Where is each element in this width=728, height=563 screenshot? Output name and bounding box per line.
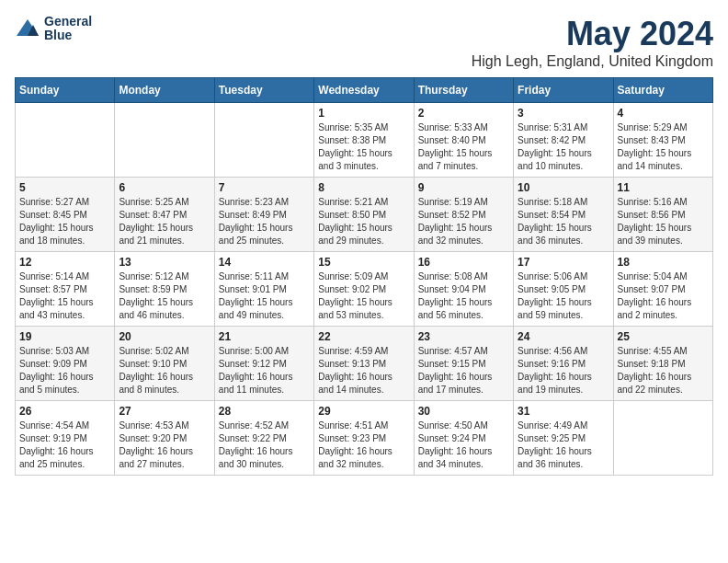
calendar-cell (16, 103, 115, 178)
calendar-body: 1Sunrise: 5:35 AM Sunset: 8:38 PM Daylig… (16, 103, 713, 476)
day-number: 8 (318, 181, 409, 194)
day-number: 1 (318, 107, 409, 120)
calendar-cell (115, 103, 214, 178)
title-block: May 2024 High Legh, England, United King… (472, 15, 713, 70)
calendar-cell: 31Sunrise: 4:49 AM Sunset: 9:25 PM Dayli… (514, 401, 613, 476)
day-info: Sunrise: 5:09 AM Sunset: 9:02 PM Dayligh… (318, 270, 409, 322)
day-info: Sunrise: 5:25 AM Sunset: 8:47 PM Dayligh… (119, 196, 210, 247)
calendar-cell: 15Sunrise: 5:09 AM Sunset: 9:02 PM Dayli… (314, 252, 414, 327)
weekday-header: Friday (514, 78, 613, 103)
day-info: Sunrise: 5:27 AM Sunset: 8:45 PM Dayligh… (19, 196, 110, 247)
calendar-cell: 3Sunrise: 5:31 AM Sunset: 8:42 PM Daylig… (514, 103, 613, 178)
day-info: Sunrise: 4:53 AM Sunset: 9:20 PM Dayligh… (119, 419, 210, 471)
day-info: Sunrise: 5:19 AM Sunset: 8:52 PM Dayligh… (418, 196, 509, 247)
logo: General Blue (15, 15, 92, 43)
calendar-cell: 19Sunrise: 5:03 AM Sunset: 9:09 PM Dayli… (16, 327, 115, 401)
day-number: 11 (618, 181, 709, 194)
day-info: Sunrise: 5:12 AM Sunset: 8:59 PM Dayligh… (119, 270, 210, 322)
logo-text: General Blue (44, 15, 92, 43)
day-number: 20 (119, 330, 210, 343)
calendar-cell: 30Sunrise: 4:50 AM Sunset: 9:24 PM Dayli… (414, 401, 513, 476)
day-number: 6 (119, 181, 210, 194)
calendar-cell: 4Sunrise: 5:29 AM Sunset: 8:43 PM Daylig… (613, 103, 712, 178)
calendar-cell: 14Sunrise: 5:11 AM Sunset: 9:01 PM Dayli… (214, 252, 313, 327)
day-info: Sunrise: 5:31 AM Sunset: 8:42 PM Dayligh… (518, 121, 609, 173)
calendar-cell: 27Sunrise: 4:53 AM Sunset: 9:20 PM Dayli… (115, 401, 214, 476)
day-number: 27 (119, 405, 210, 418)
day-info: Sunrise: 5:29 AM Sunset: 8:43 PM Dayligh… (618, 121, 709, 173)
day-info: Sunrise: 4:49 AM Sunset: 9:25 PM Dayligh… (518, 419, 609, 471)
weekday-header: Monday (115, 78, 214, 103)
day-info: Sunrise: 5:02 AM Sunset: 9:10 PM Dayligh… (119, 345, 210, 396)
day-number: 10 (518, 181, 609, 194)
day-number: 25 (618, 330, 709, 343)
calendar-cell: 13Sunrise: 5:12 AM Sunset: 8:59 PM Dayli… (115, 252, 214, 327)
day-number: 13 (119, 256, 210, 269)
day-info: Sunrise: 5:06 AM Sunset: 9:05 PM Dayligh… (518, 270, 609, 322)
calendar-cell: 18Sunrise: 5:04 AM Sunset: 9:07 PM Dayli… (613, 252, 712, 327)
calendar-cell: 26Sunrise: 4:54 AM Sunset: 9:19 PM Dayli… (16, 401, 115, 476)
day-info: Sunrise: 5:00 AM Sunset: 9:12 PM Dayligh… (219, 345, 310, 396)
calendar-cell: 16Sunrise: 5:08 AM Sunset: 9:04 PM Dayli… (414, 252, 513, 327)
day-number: 15 (318, 256, 409, 269)
day-number: 18 (618, 256, 709, 269)
day-info: Sunrise: 4:50 AM Sunset: 9:24 PM Dayligh… (418, 419, 509, 471)
calendar-cell: 5Sunrise: 5:27 AM Sunset: 8:45 PM Daylig… (16, 178, 115, 252)
day-number: 16 (418, 256, 509, 269)
weekday-header: Sunday (16, 78, 115, 103)
day-info: Sunrise: 4:55 AM Sunset: 9:18 PM Dayligh… (618, 345, 709, 396)
day-info: Sunrise: 5:11 AM Sunset: 9:01 PM Dayligh… (219, 270, 310, 322)
day-info: Sunrise: 4:57 AM Sunset: 9:15 PM Dayligh… (418, 345, 509, 396)
calendar-cell: 17Sunrise: 5:06 AM Sunset: 9:05 PM Dayli… (514, 252, 613, 327)
calendar-header: SundayMondayTuesdayWednesdayThursdayFrid… (16, 78, 713, 103)
day-number: 24 (518, 330, 609, 343)
logo-icon (15, 16, 40, 41)
day-number: 12 (19, 256, 110, 269)
calendar-week-row: 12Sunrise: 5:14 AM Sunset: 8:57 PM Dayli… (16, 252, 713, 327)
calendar-title: May 2024 (472, 15, 713, 53)
weekday-header: Wednesday (314, 78, 414, 103)
calendar-week-row: 26Sunrise: 4:54 AM Sunset: 9:19 PM Dayli… (16, 401, 713, 476)
day-info: Sunrise: 5:14 AM Sunset: 8:57 PM Dayligh… (19, 270, 110, 322)
day-info: Sunrise: 4:56 AM Sunset: 9:16 PM Dayligh… (518, 345, 609, 396)
calendar-cell (214, 103, 313, 178)
calendar-cell: 29Sunrise: 4:51 AM Sunset: 9:23 PM Dayli… (314, 401, 414, 476)
calendar-table: SundayMondayTuesdayWednesdayThursdayFrid… (15, 77, 713, 476)
calendar-cell: 12Sunrise: 5:14 AM Sunset: 8:57 PM Dayli… (16, 252, 115, 327)
calendar-cell: 24Sunrise: 4:56 AM Sunset: 9:16 PM Dayli… (514, 327, 613, 401)
calendar-cell: 7Sunrise: 5:23 AM Sunset: 8:49 PM Daylig… (214, 178, 313, 252)
calendar-cell: 11Sunrise: 5:16 AM Sunset: 8:56 PM Dayli… (613, 178, 712, 252)
day-number: 3 (518, 107, 609, 120)
weekday-header: Tuesday (214, 78, 313, 103)
day-info: Sunrise: 5:08 AM Sunset: 9:04 PM Dayligh… (418, 270, 509, 322)
day-info: Sunrise: 5:35 AM Sunset: 8:38 PM Dayligh… (318, 121, 409, 173)
day-info: Sunrise: 4:54 AM Sunset: 9:19 PM Dayligh… (19, 419, 110, 471)
day-number: 17 (518, 256, 609, 269)
header-row: SundayMondayTuesdayWednesdayThursdayFrid… (16, 78, 713, 103)
day-number: 7 (219, 181, 310, 194)
calendar-cell: 8Sunrise: 5:21 AM Sunset: 8:50 PM Daylig… (314, 178, 414, 252)
day-number: 22 (318, 330, 409, 343)
day-number: 2 (418, 107, 509, 120)
calendar-cell (613, 401, 712, 476)
day-info: Sunrise: 5:21 AM Sunset: 8:50 PM Dayligh… (318, 196, 409, 247)
calendar-cell: 6Sunrise: 5:25 AM Sunset: 8:47 PM Daylig… (115, 178, 214, 252)
calendar-week-row: 5Sunrise: 5:27 AM Sunset: 8:45 PM Daylig… (16, 178, 713, 252)
calendar-cell: 23Sunrise: 4:57 AM Sunset: 9:15 PM Dayli… (414, 327, 513, 401)
calendar-cell: 10Sunrise: 5:18 AM Sunset: 8:54 PM Dayli… (514, 178, 613, 252)
day-info: Sunrise: 5:23 AM Sunset: 8:49 PM Dayligh… (219, 196, 310, 247)
day-number: 31 (518, 405, 609, 418)
day-info: Sunrise: 5:18 AM Sunset: 8:54 PM Dayligh… (518, 196, 609, 247)
day-number: 4 (618, 107, 709, 120)
day-number: 5 (19, 181, 110, 194)
day-number: 23 (418, 330, 509, 343)
day-number: 14 (219, 256, 310, 269)
day-number: 9 (418, 181, 509, 194)
day-info: Sunrise: 5:04 AM Sunset: 9:07 PM Dayligh… (618, 270, 709, 322)
day-info: Sunrise: 5:03 AM Sunset: 9:09 PM Dayligh… (19, 345, 110, 396)
day-number: 26 (19, 405, 110, 418)
calendar-cell: 1Sunrise: 5:35 AM Sunset: 8:38 PM Daylig… (314, 103, 414, 178)
weekday-header: Thursday (414, 78, 513, 103)
day-number: 19 (19, 330, 110, 343)
day-info: Sunrise: 4:59 AM Sunset: 9:13 PM Dayligh… (318, 345, 409, 396)
